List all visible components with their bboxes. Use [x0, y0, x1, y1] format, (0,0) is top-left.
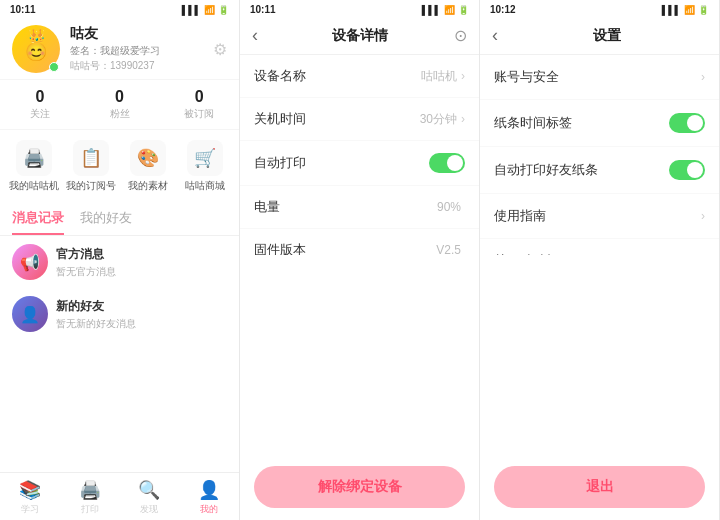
message-list: 📢 官方消息 暂无官方消息 👤 新的好友 暂无新的好友消息 — [0, 236, 239, 472]
settings-icon[interactable]: ⚙ — [213, 40, 227, 59]
nav-study[interactable]: 📚 学习 — [0, 479, 60, 516]
print-icon: 🖨️ — [79, 479, 101, 501]
logout-button[interactable]: 退出 — [494, 466, 705, 508]
menu-mat-label: 我的素材 — [128, 179, 168, 193]
tab-messages[interactable]: 消息记录 — [12, 203, 64, 235]
msg-official-content: 官方消息 暂无官方消息 — [56, 246, 116, 279]
menu-materials[interactable]: 🎨 我的素材 — [122, 140, 175, 193]
mine-icon: 👤 — [198, 479, 220, 501]
list-item[interactable]: 📢 官方消息 暂无官方消息 — [0, 236, 239, 288]
status-bar-1: 10:11 ▌▌▌ 📶 🔋 — [0, 0, 239, 17]
settings-row-guide[interactable]: 使用指南 › — [480, 194, 719, 239]
panel3-header: ‹ 设置 — [480, 17, 719, 55]
menu-machine-label: 我的咕咕机 — [9, 179, 59, 193]
face-icon: 😊 — [25, 41, 47, 63]
menu-sub-icon: 📋 — [73, 140, 109, 176]
crown-icon: 👑 — [28, 28, 45, 44]
back-button-2[interactable]: ‹ — [252, 25, 258, 46]
detail-row-firmware: 固件版本 V2.5 — [240, 229, 479, 255]
autoprint-friend-toggle[interactable] — [669, 160, 705, 180]
stat-fans-num: 0 — [80, 88, 160, 106]
bottom-nav: 📚 学习 🖨️ 打印 🔍 发现 👤 我的 — [0, 472, 239, 520]
msg-official-name: 官方消息 — [56, 246, 116, 263]
row-key-autoprint: 自动打印 — [254, 154, 429, 172]
unbind-button[interactable]: 解除绑定设备 — [254, 466, 465, 508]
stat-subscribed-num: 0 — [159, 88, 239, 106]
panel-device-detail: 10:11 ▌▌▌ 📶 🔋 ‹ 设备详情 ⊙ 设备名称 咕咕机 › 关机时间 3… — [240, 0, 480, 520]
menu-sub-label: 我的订阅号 — [66, 179, 116, 193]
profile-name: 咕友 — [70, 25, 203, 43]
panel3-title: 设置 — [573, 27, 640, 45]
profile-id: 咕咕号：13990237 — [70, 59, 203, 73]
wifi-icon-3: 📶 — [684, 5, 695, 15]
settings-row-about[interactable]: 关于咕咕机 › — [480, 239, 719, 255]
detail-row-autoprint: 自动打印 — [240, 141, 479, 186]
settings-list: 账号与安全 › 纸条时间标签 自动打印好友纸条 使用指南 › 关于咕咕机 › — [480, 55, 719, 255]
panel2-header: ‹ 设备详情 ⊙ — [240, 17, 479, 55]
panel-profile: 10:11 ▌▌▌ 📶 🔋 👑 😊 咕友 签名：我超级爱学习 咕咕号：13990… — [0, 0, 240, 520]
mine-label: 我的 — [200, 503, 218, 516]
detail-row-battery: 电量 90% — [240, 186, 479, 229]
row-val-shutdown: 30分钟 — [420, 111, 457, 128]
settings-key-timestamp: 纸条时间标签 — [494, 114, 669, 132]
detail-row-shutdown[interactable]: 关机时间 30分钟 › — [240, 98, 479, 141]
settings-key-autoprint-friend: 自动打印好友纸条 — [494, 161, 669, 179]
menu-shop-icon: 🛒 — [187, 140, 223, 176]
stat-subscribed: 0 被订阅 — [159, 88, 239, 121]
settings-row-autoprint-friend: 自动打印好友纸条 — [480, 147, 719, 194]
nav-mine[interactable]: 👤 我的 — [179, 479, 239, 516]
list-item[interactable]: 👤 新的好友 暂无新的好友消息 — [0, 288, 239, 340]
wifi-icon-2: 📶 — [444, 5, 455, 15]
autoprint-toggle[interactable] — [429, 153, 465, 173]
battery-icon: 🔋 — [218, 5, 229, 15]
stats-row: 0 关注 0 粉丝 0 被订阅 — [0, 79, 239, 130]
menu-machine-icon: 🖨️ — [16, 140, 52, 176]
stat-fans: 0 粉丝 — [80, 88, 160, 121]
detail-row-name[interactable]: 设备名称 咕咕机 › — [240, 55, 479, 98]
tab-switcher: 消息记录 我的好友 — [0, 203, 239, 236]
row-arrow-name: › — [461, 69, 465, 83]
signal-icon-3: ▌▌▌ — [662, 5, 681, 15]
stat-follow-label: 关注 — [0, 107, 80, 121]
menu-shop-label: 咕咕商城 — [185, 179, 225, 193]
menu-shop[interactable]: 🛒 咕咕商城 — [178, 140, 231, 193]
profile-header: 👑 😊 咕友 签名：我超级爱学习 咕咕号：13990237 ⚙ — [0, 17, 239, 79]
nav-discover[interactable]: 🔍 发现 — [120, 479, 180, 516]
gear-icon[interactable]: ⊙ — [454, 26, 467, 45]
menu-subscriptions[interactable]: 📋 我的订阅号 — [65, 140, 118, 193]
status-icons-2: ▌▌▌ 📶 🔋 — [422, 5, 469, 15]
online-indicator — [49, 62, 59, 72]
menu-my-machine[interactable]: 🖨️ 我的咕咕机 — [8, 140, 61, 193]
discover-label: 发现 — [140, 503, 158, 516]
stat-fans-label: 粉丝 — [80, 107, 160, 121]
timestamp-toggle[interactable] — [669, 113, 705, 133]
msg-friend-text: 暂无新的好友消息 — [56, 317, 136, 331]
row-key-shutdown: 关机时间 — [254, 110, 420, 128]
status-bar-2: 10:11 ▌▌▌ 📶 🔋 — [240, 0, 479, 17]
stat-subscribed-label: 被订阅 — [159, 107, 239, 121]
settings-row-account[interactable]: 账号与安全 › — [480, 55, 719, 100]
menu-grid: 🖨️ 我的咕咕机 📋 我的订阅号 🎨 我的素材 🛒 咕咕商城 — [0, 130, 239, 203]
tab-friends[interactable]: 我的好友 — [80, 203, 132, 235]
signal-icon: ▌▌▌ — [182, 5, 201, 15]
discover-icon: 🔍 — [138, 479, 160, 501]
status-icons-1: ▌▌▌ 📶 🔋 — [182, 5, 229, 15]
row-key-firmware: 固件版本 — [254, 241, 436, 255]
profile-info: 咕友 签名：我超级爱学习 咕咕号：13990237 — [70, 25, 203, 73]
back-button-3[interactable]: ‹ — [492, 25, 498, 46]
official-avatar: 📢 — [12, 244, 48, 280]
status-bar-3: 10:12 ▌▌▌ 📶 🔋 — [480, 0, 719, 17]
row-key-name: 设备名称 — [254, 67, 421, 85]
row-key-battery: 电量 — [254, 198, 437, 216]
settings-key-guide: 使用指南 — [494, 207, 701, 225]
study-icon: 📚 — [19, 479, 41, 501]
avatar: 👑 😊 — [12, 25, 60, 73]
time-3: 10:12 — [490, 4, 516, 15]
settings-row-timestamp: 纸条时间标签 — [480, 100, 719, 147]
friend-avatar: 👤 — [12, 296, 48, 332]
battery-icon-3: 🔋 — [698, 5, 709, 15]
settings-arrow-account: › — [701, 70, 705, 84]
nav-print[interactable]: 🖨️ 打印 — [60, 479, 120, 516]
row-arrow-shutdown: › — [461, 112, 465, 126]
menu-mat-icon: 🎨 — [130, 140, 166, 176]
